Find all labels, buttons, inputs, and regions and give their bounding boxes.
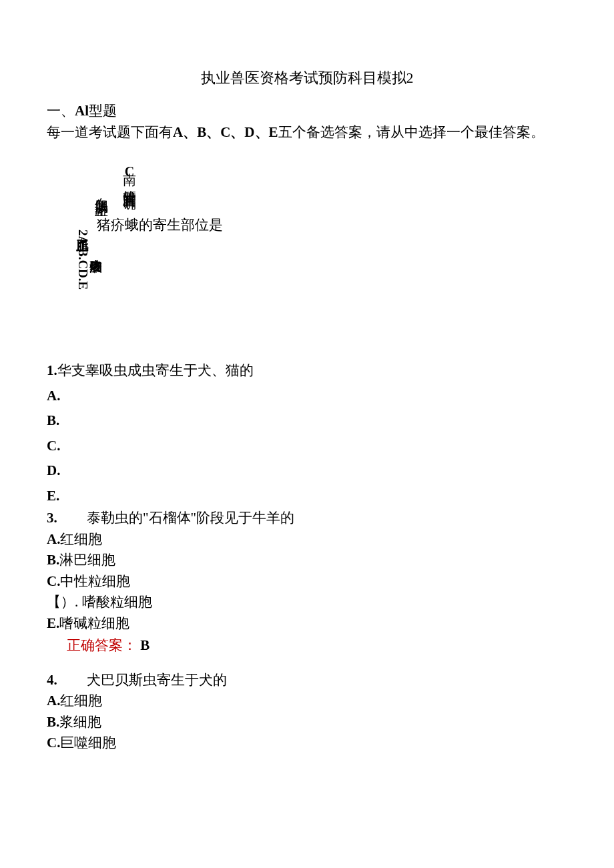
section-suffix: 型题 (89, 103, 117, 119)
q2-text: 猪疥蛾的寄生部位是 (97, 215, 223, 236)
vert1-right-mid: 管管管管凹确 (122, 180, 137, 188)
section-type-code: Al (75, 103, 89, 119)
vert2-left-b: 2A.B.CD.E (76, 230, 90, 290)
q3-opt-c-text: 中性粒细胞 (60, 573, 130, 589)
section-heading: 一、Al型题 (47, 101, 567, 122)
instructions-part-b: 五个备选答案，请从中选择一个最佳答案。 (278, 124, 545, 140)
vertical-text-block-1: 血气胆肠淋止 南C管管管管凹确 (93, 163, 567, 195)
q3-num: 3. (47, 508, 87, 529)
vertical-text-block-2: 猪疥蛾的寄生部位是 血脂肌正2A.B.CD.E 皮液肪肉确表 (63, 215, 567, 355)
q3-opt-e-text: 嗜碱粒细胞 (59, 615, 129, 631)
q3-opt-d-prefix: 【）. (47, 594, 78, 610)
instructions: 每一道考试题下面有A、B、C、D、E五个备选答案，请从中选择一个最佳答案。 (47, 122, 567, 143)
q4-opt-a: A.红细胞 (47, 691, 567, 712)
q3-text: 泰勒虫的"石榴体"阶段见于牛羊的 (87, 510, 294, 526)
vert1-col-right: 南C管管管管凹确 (121, 163, 137, 188)
q1-num: 1. (47, 362, 57, 378)
instructions-part-a: 每一道考试题下面有 (47, 124, 173, 140)
q4-opt-b-text: 浆细胞 (59, 714, 101, 730)
document-title: 执业兽医资格考试预防科目模拟2 (47, 67, 567, 89)
q4-num: 4. (47, 670, 87, 691)
q3-opt-e: E.嗜碱粒细胞 (47, 613, 567, 634)
q4-text: 犬巴贝斯虫寄生于犬的 (87, 672, 227, 688)
q3-opt-c: C.中性粒细胞 (47, 571, 567, 592)
q1: 1.华支睾吸虫成虫寄生于犬、猫的 (47, 360, 567, 382)
q1-opt-a: A. (47, 386, 567, 407)
q3-opt-a: A.红细胞 (47, 529, 567, 550)
q1-text: 华支睾吸虫成虫寄生于犬、猫的 (57, 362, 254, 378)
q1-opt-b: B. (47, 410, 567, 432)
q3-answer-letter: B (140, 637, 149, 653)
q4-opt-c: C.巨噬细胞 (47, 733, 567, 754)
q3-opt-a-text: 红细胞 (60, 531, 102, 547)
vert2-col-left: 血脂肌正2A.B.CD.E (75, 230, 89, 290)
q1-opt-c: C. (47, 436, 567, 457)
instructions-letters: A、B、C、D、E (173, 124, 278, 140)
q1-opt-d: D. (47, 460, 567, 482)
vert1-col-left: 血气胆肠淋止 (93, 163, 109, 195)
q4: 4.犬巴贝斯虫寄生于犬的 (47, 670, 567, 691)
q4-opt-b: B.浆细胞 (47, 712, 567, 733)
q1-opt-e: E. (47, 486, 567, 507)
q4-opt-c-text: 巨噬细胞 (60, 735, 116, 751)
vert1-right-bold: C (122, 164, 137, 180)
section-prefix: 一、 (47, 103, 75, 119)
q3-answer: 正确答案： B (67, 635, 567, 657)
q3-opt-b: B.淋巴细胞 (47, 550, 567, 571)
q3-opt-d-text: 嗜酸粒细胞 (82, 594, 152, 610)
q3: 3.泰勒虫的"石榴体"阶段见于牛羊的 (47, 508, 567, 529)
q3-opt-b-text: 淋巴细胞 (59, 552, 115, 568)
q3-answer-label: 正确答案： (67, 637, 137, 653)
q3-opt-d: 【）. 嗜酸粒细胞 (47, 592, 567, 613)
q4-opt-a-text: 红细胞 (60, 693, 102, 709)
